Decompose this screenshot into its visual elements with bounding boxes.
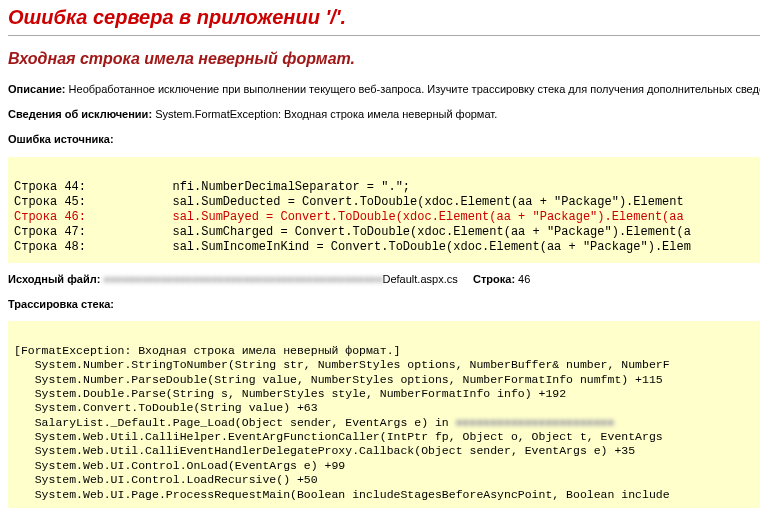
source-code-block: Строка 44: nfi.NumberDecimalSeparator = … bbox=[8, 157, 760, 263]
source-file-hidden-path: ■■■■■■■■■■■■■■■■■■■■■■■■■■■■■■■■■■■■■■■■… bbox=[103, 273, 382, 285]
source-error-label-row: Ошибка источника: bbox=[8, 132, 760, 147]
source-file-row: Исходный файл: ■■■■■■■■■■■■■■■■■■■■■■■■■… bbox=[8, 273, 760, 285]
source-file-line-no: 46 bbox=[518, 273, 530, 285]
description-line: Описание: Необработанное исключение при … bbox=[8, 82, 760, 97]
stack-trace-block: [FormatException: Входная строка имела н… bbox=[8, 321, 760, 508]
stack-label-row: Трассировка стека: bbox=[8, 297, 760, 312]
stack-label: Трассировка стека: bbox=[8, 298, 114, 310]
error-subtitle: Входная строка имела неверный формат. bbox=[8, 50, 760, 68]
source-file-path-tail: Default.aspx.cs bbox=[383, 273, 458, 285]
page-title: Ошибка сервера в приложении '/'. bbox=[8, 6, 760, 29]
exception-line: Сведения об исключении: System.FormatExc… bbox=[8, 107, 760, 122]
description-text: Необработанное исключение при выполнении… bbox=[69, 83, 760, 95]
source-file-label: Исходный файл: bbox=[8, 273, 100, 285]
source-error-label: Ошибка источника: bbox=[8, 133, 114, 145]
exception-label: Сведения об исключении: bbox=[8, 108, 152, 120]
exception-text: System.FormatException: Входная строка и… bbox=[155, 108, 497, 120]
error-page: Ошибка сервера в приложении '/'. Входная… bbox=[0, 0, 768, 508]
source-file-line-label: Строка: bbox=[473, 273, 515, 285]
description-label: Описание: bbox=[8, 83, 66, 95]
divider bbox=[8, 35, 760, 36]
